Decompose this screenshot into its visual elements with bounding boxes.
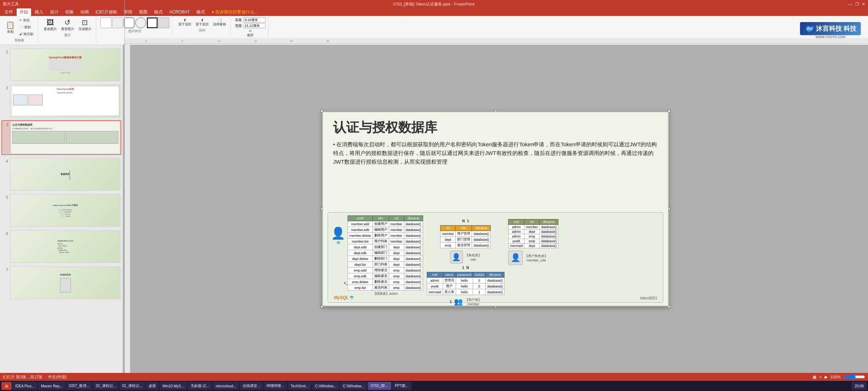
role-col-rid: rid xyxy=(441,226,456,231)
table-row: emp.list雇员列表empdatabase() xyxy=(348,285,423,291)
table-row: emp.delete删除雇员empdatabase() xyxy=(348,279,423,285)
menu-acrobat[interactable]: ACROBAT xyxy=(166,9,193,15)
mr-col-dbname: dbname xyxy=(540,219,558,225)
taskbar-classroom[interactable]: 在线课堂... xyxy=(240,382,263,390)
taskbar-win10mysql[interactable]: Win10.MyS... xyxy=(159,382,187,390)
ribbon-cut-btn[interactable]: ✂ 剪切 xyxy=(18,17,35,24)
taskbar-cwindows2[interactable]: C:\\Window... xyxy=(340,382,367,390)
table-row: member.delete删除用户memberdatabase() xyxy=(348,233,423,239)
ribbon-select-pane-btn[interactable]: 📑选择窗格 xyxy=(212,17,227,28)
member-col-locked: locked xyxy=(473,272,486,278)
slide-thumb-2[interactable]: 2 TokenServer应用 Token服务应用说明... xyxy=(1,84,121,118)
style-option-3[interactable] xyxy=(124,17,135,28)
table-row: dept.delete删除部门deptdatabase() xyxy=(348,256,423,262)
taskbar-02kecheng[interactable]: 02_课程记... xyxy=(93,382,119,390)
member-role-icon: 👤 xyxy=(508,251,523,265)
role-col-dbname: dbname xyxy=(472,226,491,231)
menu-slideshow[interactable]: 幻灯片放映 xyxy=(93,8,120,16)
style-option-6[interactable] xyxy=(158,17,169,28)
ribbon-crop-btn[interactable]: ✂裁剪 xyxy=(246,28,255,38)
slide-title: 认证与授权数据库 xyxy=(322,112,669,140)
view-slideshow-btn[interactable]: ▶ xyxy=(825,375,827,379)
menu-home[interactable]: 开始 xyxy=(17,8,31,16)
menu-picture-format[interactable]: 格式 xyxy=(193,8,208,16)
menu-transitions[interactable]: 切换 xyxy=(62,8,77,16)
taskbar-maven[interactable]: Maven Rep... xyxy=(38,382,65,390)
start-button[interactable]: ⊞ xyxy=(1,382,12,390)
menu-view[interactable]: 视图 xyxy=(136,8,150,16)
menu-animations[interactable]: 动画 xyxy=(77,8,92,16)
taskbar-desktop[interactable]: 桌面 xyxy=(146,382,159,390)
slide-thumb-3[interactable]: 3 认证与授权数据库 在消费端每次启动时，都可以根据获取到的用户名... xyxy=(1,120,121,155)
taskbar-cwindows1[interactable]: C:\\Window... xyxy=(312,382,339,390)
taskbar-01kecheng[interactable]: 01_课程记... xyxy=(119,382,145,390)
menu-review[interactable]: 审阅 xyxy=(121,8,135,16)
ribbon-send-back-btn[interactable]: ⬇置于底层 xyxy=(194,17,210,28)
taskbar-microcloud[interactable]: microcloud... xyxy=(213,382,239,390)
ribbon-paste-btn[interactable]: 📋 粘贴 xyxy=(4,20,16,35)
close-button[interactable]: ✕ xyxy=(862,2,865,7)
ribbon-bring-front-btn[interactable]: ⬆置于顶层 xyxy=(177,17,193,28)
view-normal-btn[interactable]: ▦ xyxy=(813,375,816,379)
slide-thumb-4[interactable]: 4 数据库表 xyxy=(1,157,121,191)
ribbon-format-painter-btn[interactable]: 🖌 格式刷 xyxy=(18,31,35,37)
window-controls[interactable]: — ❐ ✕ xyxy=(848,2,865,7)
role-icon: 👤 xyxy=(450,251,463,264)
style-option-1[interactable] xyxy=(101,17,111,28)
slide-thumb-6[interactable]: 6 application.yml server: port: 8201spri… xyxy=(1,230,121,264)
table-row: dept.add创建部门deptdatabase() xyxy=(348,244,423,250)
menu-design[interactable]: 设计 xyxy=(47,8,61,16)
taskbar-note[interactable]: 无标题-记... xyxy=(188,382,212,390)
restore-button[interactable]: ❐ xyxy=(855,2,859,7)
style-option-4[interactable] xyxy=(135,17,146,28)
slide-thumb-1[interactable]: 1 SpringCloud微服务解决方案 Yootk Cloud xyxy=(1,48,121,82)
ribbon-copy-btn[interactable]: 📄 复制 xyxy=(18,24,35,30)
table-row: emp.edit编辑雇员empdatabase() xyxy=(348,273,423,279)
slide-preview-7: 实体映射表 xyxy=(10,266,120,299)
ribbon-compress-btn[interactable]: ⊡ 压缩图片 xyxy=(77,17,93,32)
slide-body: • 在消费端每次启动时，都可以根据获取到的用户名和密码向Token服务器进行To… xyxy=(322,140,669,173)
action-col-rid: rid xyxy=(389,216,404,221)
section-left: 👤 ⚙️ actid title xyxy=(331,215,423,296)
user-admin-icon: 👤 ⚙️ xyxy=(331,226,345,244)
table-row: emp.add增加雇员empdatabase() xyxy=(348,268,423,273)
table-row: yootkempdatabase() xyxy=(509,239,558,244)
zoom-slider[interactable] xyxy=(843,374,865,380)
table-row: member.add创建用户memberdatabase() xyxy=(348,221,423,227)
canvas-area[interactable]: 认证与授权数据库 • 在消费端每次启动时，都可以根据获取到的用户名和密码向Tok… xyxy=(123,45,868,373)
member-col-mid: mid xyxy=(427,272,443,278)
style-option-5[interactable] xyxy=(147,17,158,28)
slide-thumb-7[interactable]: 7 实体映射表 xyxy=(1,266,121,300)
ribbon-change-picture-btn[interactable]: 🖼 更改图片 xyxy=(42,18,58,32)
taskbar-0703[interactable]: 0703_[草... xyxy=(368,382,391,390)
member-role-label: 【用户角色表】member_role xyxy=(525,254,548,262)
member-table-label: 【用户表】member xyxy=(465,298,481,306)
taskbar-ppt[interactable]: PPT图... xyxy=(392,382,412,390)
role-table-container: rid title dbname member用户管理database() de… xyxy=(440,225,491,248)
app-container: 1 SpringCloud微服务解决方案 Yootk Cloud 2 xyxy=(0,45,868,373)
taskbar-bilibili[interactable]: 哔哩哔哩... xyxy=(264,382,287,390)
taskbar-ideaplus[interactable]: IDEA Plus... xyxy=(12,382,37,390)
height-input[interactable] xyxy=(244,17,265,22)
slide-thumb-5[interactable]: 5 token-server-8201子模块 ├─ src/main/java│… xyxy=(1,193,121,227)
width-input[interactable] xyxy=(244,23,265,28)
menu-file[interactable]: 文件 xyxy=(1,8,16,16)
taskbar-techsmith[interactable]: TechSmit... xyxy=(288,382,311,390)
role-table: rid title dbname member用户管理database() de… xyxy=(440,225,491,248)
view-outline-btn[interactable]: ≡ xyxy=(819,375,821,379)
action-table-container: actid title rid dbname member.add创建用户mem… xyxy=(348,215,423,296)
table-row: yootk用户hello0database() xyxy=(427,283,505,289)
ribbon-group-picture: 🖼 更改图片 ↺ 重置图片 ⊡ 压缩图片 图片 xyxy=(39,17,96,44)
ribbon-reset-picture-btn[interactable]: ↺ 重置图片 xyxy=(60,17,76,32)
member-group-icon: 👥 xyxy=(454,297,463,306)
taskbar-0207[interactable]: 0207_数理... xyxy=(66,382,92,390)
member-col-dbname: dbname xyxy=(486,272,505,278)
menu-insert[interactable]: 插入 xyxy=(32,8,46,16)
minimize-button[interactable]: — xyxy=(848,2,852,7)
menu-format[interactable]: 格式 xyxy=(151,8,166,16)
ruler-left xyxy=(124,45,130,373)
menu-search[interactable]: ♦ 告诉我你想要做什么... xyxy=(209,8,260,16)
role-table-label: 【角色表】role xyxy=(465,253,481,261)
member-icon-box: 1 👥 【用户表】member xyxy=(450,297,482,306)
style-option-2[interactable] xyxy=(112,17,123,28)
